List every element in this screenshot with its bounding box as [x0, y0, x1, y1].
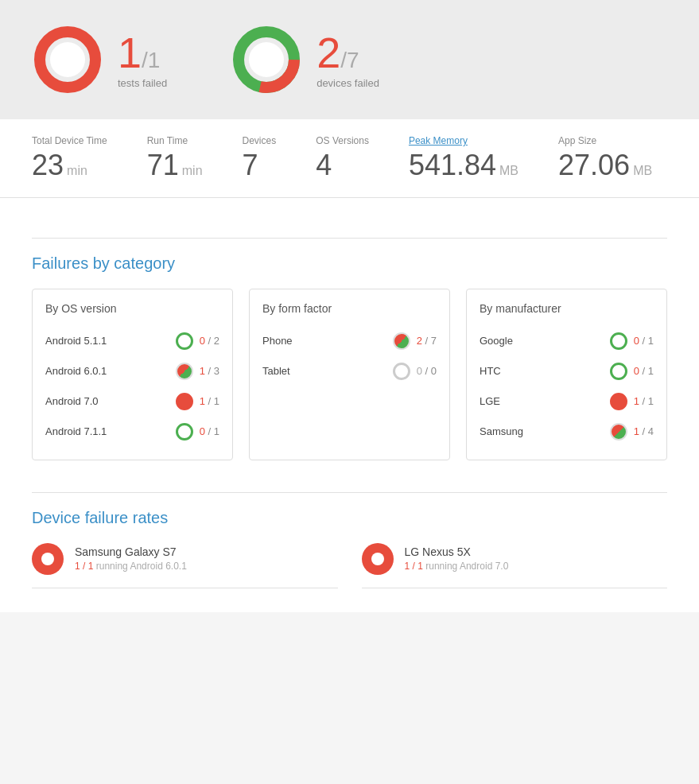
devices-donut	[231, 24, 302, 95]
os-row-1: Android 6.0.1 1 / 3	[45, 356, 219, 386]
device-failure-title: Device failure rates	[32, 509, 667, 527]
device-sub-1: 1 / 1 running Android 7.0	[405, 561, 509, 572]
form-status-0	[393, 332, 410, 350]
device-sub-0: 1 / 1 running Android 6.0.1	[75, 561, 187, 572]
device-failure-section: Device failure rates Samsung Galaxy S7 1…	[32, 509, 667, 588]
metric-devices: Devices 7	[243, 135, 277, 181]
metric-peak-memory[interactable]: Peak Memory 541.84MB	[409, 135, 518, 181]
by-os-version-title: By OS version	[45, 302, 219, 315]
device-failure-item-1: LG Nexus 5X 1 / 1 running Android 7.0	[362, 543, 668, 588]
os-row-3: Android 7.1.1 0 / 1	[45, 417, 219, 447]
device-icon-1	[362, 543, 394, 575]
os-row-0: Android 5.1.1 0 / 2	[45, 326, 219, 356]
by-manufacturer-card: By manufacturer Google 0 / 1 HTC 0 / 1 L…	[466, 289, 667, 460]
form-row-0: Phone 2 / 7	[262, 326, 437, 356]
failures-section-title: Failures by category	[32, 254, 667, 273]
os-status-2	[176, 393, 193, 410]
tests-failed-label: tests failed	[118, 77, 167, 89]
tests-failed-value: 1/1	[118, 31, 167, 74]
svg-point-1	[50, 42, 85, 77]
mfr-row-1: HTC 0 / 1	[480, 356, 654, 386]
metric-os-versions: OS Versions 4	[316, 135, 369, 181]
devices-failed-summary: 2/7 devices failed	[231, 24, 379, 95]
os-status-0	[176, 332, 193, 350]
device-failure-item-0: Samsung Galaxy S7 1 / 1 running Android …	[32, 543, 338, 588]
device-failure-grid: Samsung Galaxy S7 1 / 1 running Android …	[32, 543, 667, 588]
by-manufacturer-title: By manufacturer	[480, 302, 654, 315]
metrics-bar: Total Device Time 23min Run Time 71min D…	[0, 119, 699, 198]
metric-run-time: Run Time 71min	[147, 135, 203, 181]
devices-failed-label: devices failed	[316, 77, 379, 89]
mfr-status-0	[610, 332, 627, 350]
by-form-factor-card: By form factor Phone 2 / 7 Tablet 0 / 0	[249, 289, 450, 460]
mfr-status-3	[610, 423, 627, 441]
tests-failed-summary: 1/1 tests failed	[32, 24, 167, 95]
os-row-2: Android 7.0 1 / 1	[45, 386, 219, 417]
device-name-1: LG Nexus 5X	[405, 545, 509, 558]
top-summary: 1/1 tests failed 2/7 devices failed	[0, 0, 699, 119]
form-row-1: Tablet 0 / 0	[262, 356, 437, 386]
mfr-status-2	[610, 393, 627, 410]
device-name-0: Samsung Galaxy S7	[75, 545, 187, 558]
by-form-factor-title: By form factor	[262, 302, 437, 315]
devices-failed-value: 2/7	[316, 31, 379, 74]
os-status-1	[176, 363, 193, 380]
mfr-row-3: Samsung 1 / 4	[480, 417, 654, 447]
mfr-row-2: LGE 1 / 1	[480, 386, 654, 417]
device-icon-0	[32, 543, 64, 575]
content-area: Failures by category By OS version Andro…	[0, 198, 699, 612]
mfr-row-0: Google 0 / 1	[480, 326, 654, 356]
tests-donut	[32, 24, 103, 95]
by-os-version-card: By OS version Android 5.1.1 0 / 2 Androi…	[32, 289, 233, 460]
svg-point-4	[249, 42, 284, 77]
form-status-1	[393, 363, 410, 380]
mfr-status-1	[610, 363, 627, 380]
metric-total-device-time: Total Device Time 23min	[32, 135, 107, 181]
metric-app-size: App Size 27.06MB	[558, 135, 652, 181]
os-status-3	[176, 423, 193, 441]
categories-grid: By OS version Android 5.1.1 0 / 2 Androi…	[32, 289, 667, 460]
